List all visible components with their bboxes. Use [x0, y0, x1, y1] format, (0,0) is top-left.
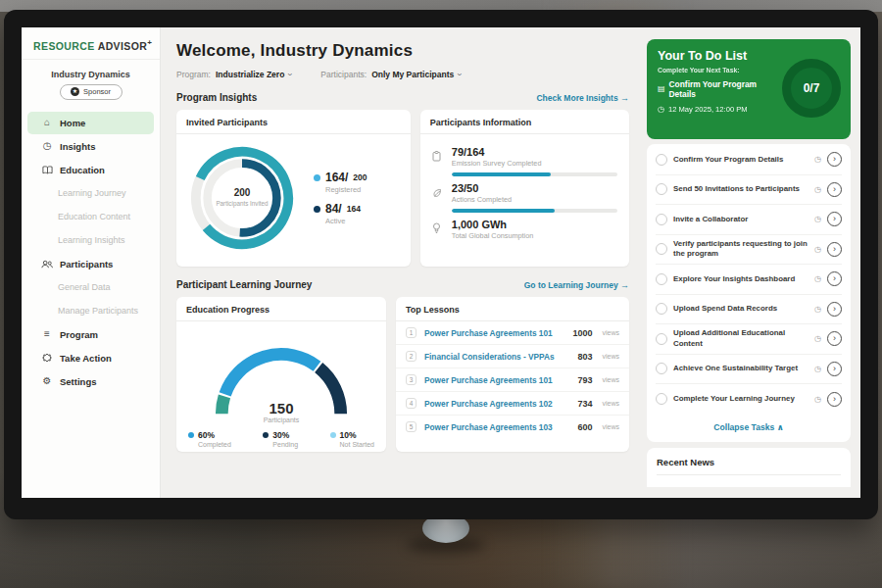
lesson-row[interactable]: 3Power Purchase Agreements 101793views: [396, 368, 629, 392]
go-to-learning-journey-link[interactable]: Go to Learning Journey →: [524, 280, 629, 290]
sidebar-item-learning-journey[interactable]: Learning Journey: [27, 182, 154, 205]
page-title: Welcome, Industry Dynamics: [176, 41, 629, 61]
leaf-icon: [432, 182, 444, 213]
section-title-program-insights: Program Insights: [176, 92, 257, 103]
check-more-insights-link[interactable]: Check More Insights →: [536, 93, 629, 103]
info-row-consumption: 1,000 GWh Total Global Consumption: [432, 219, 617, 240]
task-row[interactable]: Verify participants requesting to join t…: [656, 235, 842, 266]
sponsor-label: Sponsor: [83, 87, 111, 96]
chevron-right-icon[interactable]: ›: [827, 331, 842, 346]
program-filter[interactable]: Program:Industrialize Zero›: [176, 70, 291, 79]
clipboard-icon: [432, 146, 444, 176]
org-name: Industry Dynamics: [22, 70, 160, 79]
lesson-title-link[interactable]: Financial Considerations - VPPAs: [424, 352, 569, 362]
clock-icon: ◷: [814, 245, 821, 254]
task-row[interactable]: Upload Spend Data Records◷›: [656, 295, 842, 325]
chevron-right-icon[interactable]: ›: [827, 271, 842, 286]
lesson-title-link[interactable]: Power Purchase Agreements 103: [424, 422, 569, 432]
section-title-learning-journey: Participant Learning Journey: [176, 279, 312, 290]
task-checkbox[interactable]: [656, 214, 667, 225]
task-checkbox[interactable]: [656, 154, 667, 166]
lesson-title-link[interactable]: Power Purchase Agreements 101: [424, 375, 569, 385]
chevron-right-icon[interactable]: ›: [827, 392, 842, 407]
task-checkbox[interactable]: [656, 183, 667, 195]
sidebar-item-label: General Data: [58, 282, 111, 292]
sidebar-item-label: Learning Journey: [58, 188, 126, 198]
actions-progress-bar: [452, 209, 617, 213]
gear-icon: ⚙: [41, 376, 53, 386]
lesson-title-link[interactable]: Power Purchase Agreements 102: [424, 399, 569, 409]
clipboard-icon: ▤: [658, 85, 665, 93]
sidebar-item-learning-insights[interactable]: Learning Insights: [27, 229, 154, 252]
completed-dot-icon: [188, 432, 194, 438]
task-row[interactable]: Invite a Collaborator◷›: [656, 205, 842, 235]
sidebar-item-education-content[interactable]: Education Content: [27, 206, 154, 228]
invited-participants-card: Invited Participants 200 Participants: [176, 110, 411, 267]
sidebar-item-program[interactable]: ≡Program: [27, 323, 154, 346]
active-dot-icon: [314, 206, 320, 213]
program-filter-value: Industrialize Zero: [216, 70, 284, 79]
sidebar-item-settings[interactable]: ⚙Settings: [27, 370, 154, 393]
lesson-rank: 3: [406, 374, 416, 385]
chevron-right-icon[interactable]: ›: [827, 212, 842, 226]
sidebar-item-manage-participants[interactable]: Manage Participants: [27, 300, 154, 322]
task-row[interactable]: Confirm Your Program Details◷›: [656, 145, 842, 175]
sponsor-badge[interactable]: ★Sponsor: [60, 84, 122, 100]
clock-icon: ◷: [814, 395, 821, 404]
sidebar-nav: ⌂Home ◷Insights Education Learning Journ…: [22, 112, 160, 393]
sidebar-item-general-data[interactable]: General Data: [27, 276, 154, 299]
lesson-row[interactable]: 5Power Purchase Agreements 103600views: [396, 416, 629, 438]
not-started-dot-icon: [330, 432, 336, 438]
participants-filter[interactable]: Participants:Only My Participants›: [320, 70, 461, 79]
book-icon: [41, 166, 53, 174]
program-filter-label: Program:: [176, 70, 211, 79]
home-icon: ⌂: [41, 118, 53, 127]
chevron-right-icon[interactable]: ›: [827, 362, 842, 376]
legend-item-registered: 164/200 Registered: [314, 171, 368, 194]
chevron-right-icon[interactable]: ›: [827, 152, 842, 167]
task-checkbox[interactable]: [656, 243, 667, 255]
task-row[interactable]: Send 50 Invitations to Participants◷›: [656, 175, 842, 206]
sidebar-item-home[interactable]: ⌂Home: [27, 112, 154, 134]
sidebar-item-label: Home: [60, 118, 85, 128]
task-row[interactable]: Upload Additional Educational Content◷›: [656, 324, 842, 355]
sidebar: RESOURCE ADVISOR+ Industry Dynamics ★Spo…: [22, 27, 161, 498]
lesson-title-link[interactable]: Power Purchase Agreements 101: [424, 328, 564, 338]
brand-plus: +: [147, 38, 152, 47]
chevron-right-icon[interactable]: ›: [827, 242, 842, 257]
collapse-tasks-link[interactable]: Collapse Tasks ∧: [656, 415, 842, 441]
chevron-up-icon: ∧: [777, 422, 784, 432]
task-checkbox[interactable]: [656, 303, 667, 315]
participants-filter-value: Only My Participants: [371, 70, 454, 79]
lesson-rank: 1: [406, 327, 416, 338]
task-checkbox[interactable]: [656, 333, 667, 345]
sidebar-item-participants[interactable]: Participants: [27, 253, 154, 275]
lesson-row[interactable]: 1Power Purchase Agreements 1011000views: [396, 321, 629, 345]
task-checkbox[interactable]: [656, 393, 667, 405]
filters-bar: Program:Industrialize Zero› Participants…: [176, 70, 629, 79]
chevron-right-icon[interactable]: ›: [827, 302, 842, 317]
lesson-row[interactable]: 4Power Purchase Agreements 102734views: [396, 392, 629, 416]
lesson-row[interactable]: 2Financial Considerations - VPPAs803view…: [396, 345, 629, 368]
task-row[interactable]: Explore Your Insights Dashboard◷›: [656, 265, 842, 295]
sidebar-item-take-action[interactable]: Take Action: [27, 347, 154, 369]
clock-icon: ◷: [814, 305, 821, 314]
card-title: Invited Participants: [176, 110, 411, 134]
task-row[interactable]: Achieve One Sustainability Target◷›: [656, 355, 842, 385]
lesson-views: 803: [577, 352, 592, 362]
chevron-right-icon[interactable]: ›: [827, 182, 842, 197]
info-row-actions: 23/50 Actions Completed: [432, 182, 617, 213]
sidebar-item-education[interactable]: Education: [27, 159, 154, 181]
card-title: Participants Information: [420, 110, 629, 134]
brand-logo[interactable]: RESOURCE ADVISOR+: [22, 27, 160, 60]
sidebar-item-insights[interactable]: ◷Insights: [27, 135, 154, 158]
participants-filter-label: Participants:: [320, 70, 367, 79]
task-checkbox[interactable]: [656, 273, 667, 285]
gauge-legend: 60%Completed 30%Pending 10%Not Started: [176, 423, 386, 448]
lesson-views: 734: [577, 399, 592, 409]
arrow-right-icon: →: [620, 280, 629, 290]
task-row[interactable]: Complete Your Learning Journey◷›: [656, 384, 842, 415]
task-checkbox[interactable]: [656, 363, 667, 374]
clock-icon: ◷: [814, 215, 821, 223]
donut-center-value: 200: [234, 187, 251, 198]
